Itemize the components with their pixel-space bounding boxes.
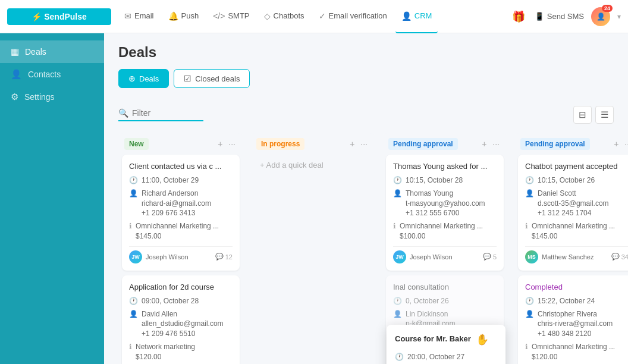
card-3-time-row: 🕐 10:15, October 28	[393, 175, 497, 186]
card-2-title: Application for 2d course	[129, 283, 233, 291]
card-3-contact-row: 👤 Thomas Young t-masyoung@yahoo.com +1 3…	[393, 189, 497, 218]
sidebar-settings-label: Settings	[24, 92, 55, 102]
card-2-time-row: 🕐 09:00, October 28	[129, 296, 233, 306]
notification-badge: 24	[602, 5, 613, 12]
sidebar-contacts-label: Contacts	[28, 70, 61, 79]
nav-email[interactable]: ✉ Email	[118, 0, 160, 33]
nav-email-verify-label: Email verification	[329, 11, 387, 20]
card-3-footer: JW Joseph Wilson 💬 5	[393, 246, 497, 263]
col-header-pending1: Pending approval + ···	[382, 133, 507, 155]
col-add-btn-new[interactable]: +	[216, 138, 224, 150]
col-menu-btn-pending2[interactable]: ···	[623, 138, 628, 150]
nav-chatbots[interactable]: ◇ Chatbots	[258, 0, 310, 33]
popup-deal-card[interactable]: Course for Mr. Baker ✋ 🕐 20:00, October …	[387, 325, 505, 364]
card-1-avatar: JW	[129, 250, 142, 263]
clock-icon-1: 🕐	[129, 176, 138, 184]
sidebar-item-deals[interactable]: ▦ Deals	[0, 40, 104, 63]
col-add-btn-pending2[interactable]: +	[612, 138, 620, 150]
popup-overlay: Course for Mr. Baker ✋ 🕐 20:00, October …	[387, 325, 505, 364]
card-3-agent: Joseph Wilson	[410, 253, 453, 261]
kanban-col-pending2: Pending approval + ··· Chatbot payment a…	[514, 133, 628, 364]
clock-icon-5: 🕐	[525, 297, 534, 305]
add-quick-deal-label: + Add a quick deal	[260, 161, 324, 170]
tab-deals-label: Deals	[139, 74, 159, 83]
card-3-amount: $100.00	[400, 231, 483, 241]
deal-card-3[interactable]: Thomas Young asked for ... 🕐 10:15, Octo…	[386, 155, 504, 271]
gift-icon[interactable]: 🎁	[510, 8, 527, 26]
contacts-sidebar-icon: 👤	[11, 69, 22, 80]
col-label-pending1: Pending approval	[388, 138, 458, 150]
card-1-footer: JW Joseph Wilson 💬 12	[129, 246, 233, 263]
add-quick-deal-btn[interactable]: + Add a quick deal	[250, 155, 375, 175]
col-menu-btn-new[interactable]: ···	[227, 138, 237, 150]
top-nav: ⚡ SendPulse ✉ Email 🔔 Push </> SMTP ◇ Ch…	[0, 0, 628, 33]
nav-crm[interactable]: 👤 CRM	[395, 0, 438, 33]
col-actions-inprogress: + ···	[348, 138, 369, 150]
card-5-amount: $120.00	[532, 352, 615, 362]
sidebar-item-contacts[interactable]: 👤 Contacts	[0, 63, 104, 86]
kanban-board: New + ··· Client contacted us via c ... …	[104, 128, 628, 364]
tab-closed-deals[interactable]: ☑ Closed deals	[174, 69, 250, 88]
card-2-contact-row: 👤 David Allen allen_dstudio@gmail.com +1…	[129, 309, 233, 339]
filter-input[interactable]	[132, 108, 203, 118]
card-1-name: Richard Anderson	[142, 189, 211, 199]
deal-card-5[interactable]: Completed 🕐 15:22, October 24 👤 Christop…	[518, 275, 628, 364]
card-4-time: 10:15, October 26	[538, 175, 595, 186]
logo[interactable]: ⚡ SendPulse	[7, 8, 111, 25]
nav-email-verification[interactable]: ✓ Email verification	[313, 0, 393, 33]
sidebar: ▦ Deals 👤 Contacts ⚙ Settings	[0, 33, 104, 364]
col-label-pending2: Pending approval	[520, 138, 590, 150]
card-3-avatar: JW	[393, 250, 406, 263]
col-header-pending2: Pending approval + ···	[514, 133, 628, 155]
card-5-company: Omnichannel Marketing ... $120.00	[532, 342, 615, 362]
person-icon-2: 👤	[129, 310, 138, 318]
avatar-chevron[interactable]: ▾	[617, 12, 621, 21]
sidebar-item-settings[interactable]: ⚙ Settings	[0, 86, 104, 108]
card-4-contact-row: 👤 Daniel Scott d.scott-35@gmail.com +1 3…	[525, 189, 628, 218]
main-layout: ▦ Deals 👤 Contacts ⚙ Settings Deals ⊕ De…	[0, 33, 628, 364]
card-2-contact: David Allen allen_dstudio@gmail.com +1 2…	[142, 309, 224, 339]
email-nav-icon: ✉	[124, 11, 131, 21]
person-icon-3: 👤	[393, 189, 402, 197]
tab-deals[interactable]: ⊕ Deals	[118, 69, 169, 88]
deal-card-4[interactable]: Chatbot payment accepted 🕐 10:15, Octobe…	[518, 155, 628, 271]
person-icon-4: 👤	[525, 189, 534, 197]
company-icon-5: ℹ	[525, 343, 528, 351]
send-sms-btn[interactable]: 📱 Send SMS	[535, 12, 584, 21]
card-4-avatar: MS	[525, 250, 538, 263]
search-icon: 🔍	[118, 108, 128, 118]
card-4-footer: MS Matthew Sanchez 💬 34	[525, 246, 628, 263]
drag-cursor-icon: ✋	[476, 333, 489, 346]
card-5-time-row: 🕐 15:22, October 24	[525, 296, 628, 306]
deal-card-2[interactable]: Application for 2d course 🕐 09:00, Octob…	[122, 275, 240, 364]
smtp-nav-icon: </>	[213, 11, 225, 21]
nav-push[interactable]: 🔔 Push	[162, 0, 205, 33]
card-partial-time-row: 🕐 0, October 26	[393, 296, 497, 306]
col-add-btn-pending1[interactable]: +	[480, 138, 488, 150]
col-actions-pending1: + ···	[480, 138, 501, 150]
comment-icon-1: 💬	[215, 253, 224, 261]
card-3-phone: +1 312 555 6700	[406, 208, 485, 218]
col-menu-btn-inprogress[interactable]: ···	[359, 138, 369, 150]
column-view-btn[interactable]: ⊟	[573, 106, 592, 124]
col-add-btn-inprogress[interactable]: +	[348, 138, 356, 150]
card-1-company: Omnichannel Marketing ... $145.00	[136, 221, 219, 241]
card-1-comment-count: 12	[225, 253, 233, 261]
card-1-amount: $145.00	[136, 231, 219, 241]
card-4-name: Daniel Scott	[538, 189, 609, 199]
card-3-email: t-masyoung@yahoo.com	[406, 199, 485, 209]
logo-icon: ⚡	[32, 12, 42, 21]
list-view-btn[interactable]: ☰	[595, 106, 614, 124]
card-4-comments: 💬 34	[611, 253, 628, 261]
company-icon-4: ℹ	[525, 222, 528, 230]
send-sms-label: Send SMS	[547, 12, 584, 21]
col-menu-btn-pending1[interactable]: ···	[491, 138, 501, 150]
nav-push-label: Push	[181, 11, 199, 20]
card-2-company-name: Network marketing	[136, 342, 195, 352]
deal-card-1[interactable]: Client contacted us via c ... 🕐 11:00, O…	[122, 155, 240, 271]
card-2-company-row: ℹ Network marketing $120.00	[129, 342, 233, 362]
user-avatar-wrap[interactable]: 👤 24	[591, 7, 610, 26]
nav-right: 🎁 📱 Send SMS 👤 24 ▾	[510, 7, 621, 26]
card-1-company-name: Omnichannel Marketing ...	[136, 221, 219, 231]
nav-smtp[interactable]: </> SMTP	[207, 0, 255, 33]
